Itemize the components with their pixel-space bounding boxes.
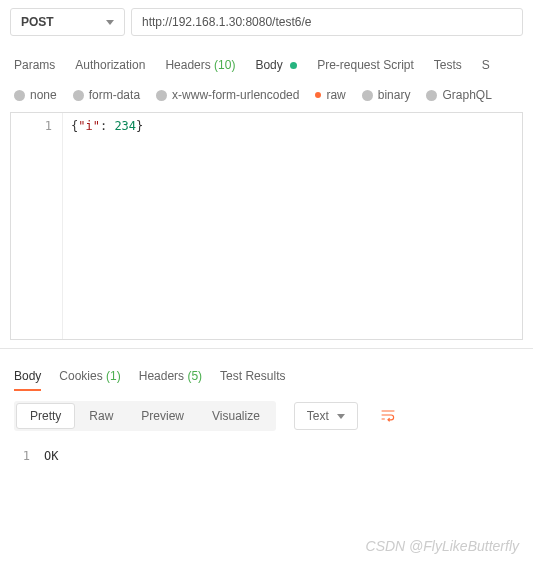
radio-icon <box>73 90 84 101</box>
response-tabs: Body Cookies (1) Headers (5) Test Result… <box>0 355 533 389</box>
wrap-lines-icon[interactable] <box>376 404 400 429</box>
tab-authorization[interactable]: Authorization <box>75 52 145 78</box>
response-lang-select[interactable]: Text <box>294 402 358 430</box>
response-format-row: Pretty Raw Preview Visualize Text <box>0 389 533 443</box>
http-method-select[interactable]: POST <box>10 8 125 36</box>
body-type-row: none form-data x-www-form-urlencoded raw… <box>0 78 533 112</box>
format-segments: Pretty Raw Preview Visualize <box>14 401 276 431</box>
tab-tests[interactable]: Tests <box>434 52 462 78</box>
modified-indicator-icon <box>290 62 297 69</box>
request-body-editor[interactable]: 1 {"i": 234} <box>10 112 523 340</box>
response-text: OK <box>44 449 58 463</box>
tab-settings-cut[interactable]: S <box>482 52 490 78</box>
tab-params[interactable]: Params <box>14 52 55 78</box>
radio-icon <box>156 90 167 101</box>
body-type-formdata[interactable]: form-data <box>73 88 140 102</box>
resp-tab-body[interactable]: Body <box>14 363 41 389</box>
body-type-none[interactable]: none <box>14 88 57 102</box>
body-type-graphql[interactable]: GraphQL <box>426 88 491 102</box>
radio-icon <box>426 90 437 101</box>
format-pretty[interactable]: Pretty <box>16 403 75 429</box>
resp-tab-cookies[interactable]: Cookies (1) <box>59 363 120 389</box>
tab-prerequest[interactable]: Pre-request Script <box>317 52 414 78</box>
tab-body[interactable]: Body <box>255 52 297 78</box>
divider <box>0 348 533 349</box>
tab-headers-count: (10) <box>214 58 235 72</box>
body-type-xwww[interactable]: x-www-form-urlencoded <box>156 88 299 102</box>
body-type-binary[interactable]: binary <box>362 88 411 102</box>
radio-icon <box>362 90 373 101</box>
url-input[interactable] <box>131 8 523 36</box>
tab-body-label: Body <box>255 58 282 72</box>
chevron-down-icon <box>337 414 345 419</box>
format-raw[interactable]: Raw <box>75 403 127 429</box>
resp-tab-testresults[interactable]: Test Results <box>220 363 285 389</box>
tab-headers-label: Headers <box>165 58 210 72</box>
format-visualize[interactable]: Visualize <box>198 403 274 429</box>
editor-content[interactable]: {"i": 234} <box>63 113 522 339</box>
response-body: 1 OK <box>0 443 533 469</box>
radio-icon <box>14 90 25 101</box>
editor-gutter: 1 <box>11 113 63 339</box>
request-bar: POST <box>0 0 533 46</box>
request-tabs: Params Authorization Headers (10) Body P… <box>0 46 533 78</box>
radio-selected-icon <box>315 92 321 98</box>
tab-headers[interactable]: Headers (10) <box>165 52 235 78</box>
format-preview[interactable]: Preview <box>127 403 198 429</box>
chevron-down-icon <box>106 20 114 25</box>
watermark: CSDN @FlyLikeButterfly <box>366 538 519 554</box>
body-type-raw[interactable]: raw <box>315 88 345 102</box>
resp-tab-headers[interactable]: Headers (5) <box>139 363 202 389</box>
response-gutter: 1 <box>14 449 44 463</box>
http-method-value: POST <box>21 15 54 29</box>
